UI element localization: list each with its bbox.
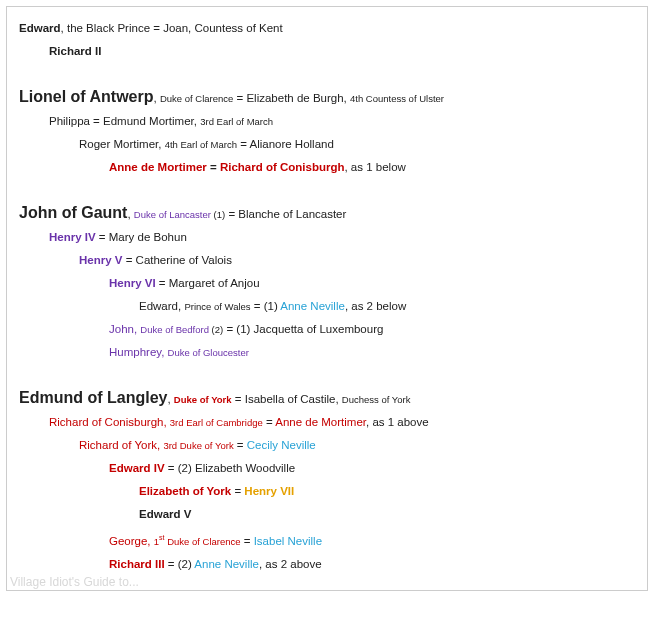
gaunt-name: John of Gaunt (19, 204, 127, 221)
row-richard-conisburgh: Richard of Conisburgh, 3rd Earl of Cambr… (19, 411, 635, 434)
e5-name: Edward V (139, 508, 191, 520)
h5-name: Henry V (79, 254, 122, 266)
langley-spouse: Isabella of Castile, (245, 393, 342, 405)
gaunt-num: (1) (211, 209, 225, 220)
john-name: John, (109, 323, 140, 335)
eq: = (234, 439, 247, 451)
eq: = (207, 161, 220, 173)
geo-spouse: Isabel Neville (254, 535, 322, 547)
row-richard-york: Richard of York, 3rd Duke of York = Ceci… (19, 434, 635, 457)
row-richard-iii: Richard III = (2) Anne Neville, as 2 abo… (19, 553, 635, 576)
row-philippa: Philippa = Edmund Mortimer, 3rd Earl of … (19, 110, 635, 133)
h6-name: Henry VI (109, 277, 156, 289)
eq: = (90, 115, 103, 127)
eq: = (233, 92, 246, 104)
row-edward-bp: Edward, the Black Prince = Joan, Countes… (19, 17, 635, 40)
row-henry-iv: Henry IV = Mary de Bohun (19, 226, 635, 249)
row-richard-ii: Richard II (19, 40, 635, 63)
h5-spouse: Catherine of Valois (136, 254, 232, 266)
edward-bp-spouse: Joan, Countess of Kent (163, 22, 283, 34)
h6-spouse: Margaret of Anjou (169, 277, 260, 289)
eq: = (241, 535, 254, 547)
genealogy-card: Edward, the Black Prince = Joan, Countes… (6, 6, 648, 591)
ry-name: Richard of York, (79, 439, 163, 451)
h4-spouse: Mary de Bohun (109, 231, 187, 243)
philippa-spouse-title: 3rd Earl of March (200, 116, 273, 127)
philippa-spouse: Edmund Mortimer, (103, 115, 200, 127)
row-edward-v: Edward V (19, 503, 635, 526)
e4-spouse: Elizabeth Woodville (195, 462, 295, 474)
john-title: Duke of Bedford (140, 324, 209, 335)
row-elizabeth-of-york: Elizabeth of York = Henry VII (19, 480, 635, 503)
spacer (19, 63, 635, 85)
eq: = (231, 485, 244, 497)
r3-name: Richard III (109, 558, 165, 570)
eq: = (2) (165, 558, 195, 570)
row-henry-v: Henry V = Catherine of Valois (19, 249, 635, 272)
spacer (19, 364, 635, 386)
eq: = (263, 416, 275, 428)
edward-bp-name: Edward (19, 22, 61, 34)
eq: = (156, 277, 169, 289)
lionel-spouse: Elizabeth de Burgh, (246, 92, 350, 104)
r3-spouse: Anne Neville (194, 558, 259, 570)
e4-name: Edward IV (109, 462, 165, 474)
geo-name: George, (109, 535, 154, 547)
eq: = (237, 138, 249, 150)
row-humphrey: Humphrey, Duke of Gloucester (19, 341, 635, 364)
row-langley: Edmund of Langley, Duke of York = Isabel… (19, 386, 635, 411)
eoy-spouse: Henry VII (244, 485, 294, 497)
rc-title: 3rd Earl of Cambridge (170, 417, 263, 428)
row-edward-pow: Edward, Prince of Wales = (1) Anne Nevil… (19, 295, 635, 318)
eq: = (1) (251, 300, 281, 312)
roger-title: 4th Earl of March (165, 139, 237, 150)
lionel-title: Duke of Clarence (160, 93, 233, 104)
langley-name: Edmund of Langley (19, 389, 167, 406)
r3-note: , as 2 above (259, 558, 322, 570)
eq: = (150, 22, 163, 34)
eq: = (2) (165, 462, 195, 474)
philippa-name: Philippa (49, 115, 90, 127)
eq: = (225, 208, 238, 220)
row-roger-mortimer: Roger Mortimer, 4th Earl of March = Alia… (19, 133, 635, 156)
row-lionel: Lionel of Antwerp, Duke of Clarence = El… (19, 85, 635, 110)
roger-name: Roger Mortimer, (79, 138, 165, 150)
roger-spouse: Alianore Holland (249, 138, 333, 150)
eq: = (122, 254, 135, 266)
row-gaunt: John of Gaunt, Duke of Lancaster (1) = B… (19, 201, 635, 226)
row-george: George, 1st Duke of Clarence = Isabel Ne… (19, 526, 635, 553)
row-anne-de-mortimer: Anne de Mortimer = Richard of Conisburgh… (19, 156, 635, 179)
anne-dm-spouse: Richard of Conisburgh (220, 161, 345, 173)
edw-name: Edward, (139, 300, 184, 312)
rc-name: Richard of Conisburgh, (49, 416, 170, 428)
h4-name: Henry IV (49, 231, 96, 243)
ry-title: 3rd Duke of York (163, 440, 233, 451)
rc-spouse: Anne de Mortimer (275, 416, 366, 428)
eoy-name: Elizabeth of York (139, 485, 231, 497)
humphrey-name: Humphrey, (109, 346, 168, 358)
row-edward-iv: Edward IV = (2) Elizabeth Woodville (19, 457, 635, 480)
geo-title: Duke of Clarence (165, 536, 241, 547)
lionel-spouse-title: 4th Countess of Ulster (350, 93, 444, 104)
edw-spouse: Anne Neville (280, 300, 345, 312)
row-john-bedford: John, Duke of Bedford (2) = (1) Jacquett… (19, 318, 635, 341)
rc-note: , as 1 above (366, 416, 429, 428)
edw-note: , as 2 below (345, 300, 406, 312)
eq: = (232, 393, 245, 405)
ry-spouse: Cecily Neville (247, 439, 316, 451)
gaunt-spouse: Blanche of Lancaster (238, 208, 346, 220)
spacer (19, 179, 635, 201)
langley-title: Duke of York (174, 394, 232, 405)
lionel-name: Lionel of Antwerp (19, 88, 154, 105)
anne-dm-note: , as 1 below (344, 161, 405, 173)
edward-bp-title: , the Black Prince (61, 22, 150, 34)
edw-title: Prince of Wales (184, 301, 250, 312)
john-spouse: Jacquetta of Luxembourg (254, 323, 384, 335)
humphrey-title: Duke of Gloucester (168, 347, 249, 358)
eq: = (96, 231, 109, 243)
gaunt-title: Duke of Lancaster (134, 209, 211, 220)
john-num: (2) (209, 324, 223, 335)
langley-spouse-title: Duchess of York (342, 394, 411, 405)
richard-ii: Richard II (49, 45, 101, 57)
row-henry-vi: Henry VI = Margaret of Anjou (19, 272, 635, 295)
